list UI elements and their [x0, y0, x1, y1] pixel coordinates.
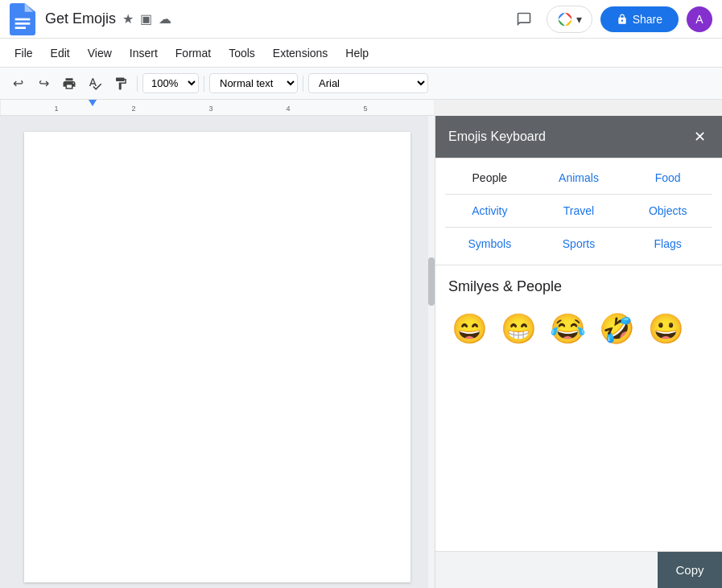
lock-icon: [617, 14, 628, 25]
emoji-panel-header: Emojis Keyboard ✕: [435, 116, 722, 158]
spell-check-button[interactable]: [84, 72, 106, 95]
emoji-panel: Emojis Keyboard ✕ People Animals Food Ac…: [435, 116, 722, 588]
emoji-grid: 😄 😁 😂 🤣 😀: [448, 311, 709, 347]
paint-format-icon: [113, 76, 128, 91]
svg-rect-1: [15, 23, 31, 25]
category-sports[interactable]: Sports: [534, 231, 624, 257]
menu-extensions[interactable]: Extensions: [265, 43, 336, 63]
ruler: 1 2 3 4 5: [0, 100, 435, 116]
docs-icon: [10, 3, 35, 35]
cat-divider-2: [445, 227, 712, 228]
menu-format[interactable]: Format: [167, 43, 219, 63]
title-area: Get Emojis ★ ▣ ☁: [45, 10, 510, 27]
divider-1: [137, 76, 138, 92]
svg-point-4: [562, 16, 567, 22]
category-row-1: People Animals Food: [445, 165, 712, 191]
scrollbar-track[interactable]: [428, 116, 435, 588]
zoom-select[interactable]: 100% 75% 125% 150% 200%: [142, 73, 199, 93]
menu-edit[interactable]: Edit: [43, 43, 78, 63]
divider-2: [204, 76, 204, 92]
category-symbols[interactable]: Symbols: [445, 231, 534, 257]
svg-rect-2: [15, 27, 26, 29]
category-food[interactable]: Food: [623, 165, 712, 191]
svg-text:4: 4: [286, 105, 290, 113]
copy-button[interactable]: Copy: [658, 552, 722, 589]
emoji-section-title: Smilyes & People: [448, 278, 709, 295]
spellcheck-icon: [88, 76, 102, 91]
document-title: Get Emojis: [45, 10, 116, 27]
emoji-item[interactable]: 😂: [547, 311, 589, 347]
template-icon[interactable]: ▣: [140, 11, 152, 27]
emoji-panel-close-button[interactable]: ✕: [690, 127, 709, 146]
category-row-3: Symbols Sports Flags: [445, 231, 712, 257]
font-select[interactable]: Arial Times New Roman Georgia: [308, 73, 428, 93]
document-area: [0, 116, 435, 588]
divider-3: [303, 76, 303, 92]
category-animals[interactable]: Animals: [534, 165, 624, 191]
main-area: Emojis Keyboard ✕ People Animals Food Ac…: [0, 116, 722, 588]
cat-divider-1: [445, 194, 712, 195]
top-bar: Get Emojis ★ ▣ ☁ ▾: [0, 0, 722, 39]
category-row-2: Activity Travel Objects: [445, 198, 712, 224]
category-travel[interactable]: Travel: [534, 198, 624, 224]
share-button[interactable]: Share: [600, 6, 679, 32]
top-right-actions: ▾ Share A: [510, 5, 712, 34]
document-page: [24, 132, 411, 582]
print-button[interactable]: [58, 72, 80, 95]
menu-file[interactable]: File: [6, 43, 41, 63]
svg-text:2: 2: [131, 105, 135, 113]
category-objects[interactable]: Objects: [623, 198, 712, 224]
share-label: Share: [633, 13, 662, 26]
meet-button[interactable]: ▾: [547, 6, 592, 33]
svg-text:5: 5: [363, 105, 367, 113]
emoji-bottom-bar: Copy: [435, 551, 722, 588]
scrollbar-thumb[interactable]: [428, 257, 435, 306]
meet-icon: [557, 11, 573, 27]
text-style-select[interactable]: Normal text Heading 1 Heading 2 Title: [209, 73, 298, 93]
emoji-content: Smilyes & People 😄 😁 😂 🤣 😀: [435, 265, 722, 551]
ruler-svg: 1 2 3 4 5: [0, 100, 435, 116]
comment-icon: [516, 11, 532, 27]
meet-dropdown-arrow: ▾: [576, 13, 582, 26]
print-icon: [62, 76, 76, 91]
emoji-item[interactable]: 😄: [448, 311, 491, 347]
menu-tools[interactable]: Tools: [221, 43, 263, 63]
toolbar: ↩ ↪ 100% 75% 125% 150% 200% Normal text …: [0, 68, 722, 100]
svg-rect-0: [15, 18, 31, 20]
emoji-item[interactable]: 😁: [497, 311, 540, 347]
paint-format-button[interactable]: [109, 72, 132, 95]
emoji-preview-area: [435, 552, 658, 588]
category-flags[interactable]: Flags: [623, 231, 712, 257]
cloud-icon[interactable]: ☁: [159, 11, 171, 27]
emoji-item[interactable]: 😀: [645, 311, 687, 347]
star-icon[interactable]: ★: [122, 11, 134, 27]
category-tabs: People Animals Food Activity Travel Obje…: [435, 158, 722, 265]
comment-button[interactable]: [510, 5, 538, 34]
svg-text:3: 3: [208, 105, 212, 113]
svg-text:1: 1: [54, 105, 58, 113]
emoji-item[interactable]: 🤣: [596, 311, 638, 347]
category-activity[interactable]: Activity: [445, 198, 534, 224]
menu-help[interactable]: Help: [337, 43, 377, 63]
menu-bar: File Edit View Insert Format Tools Exten…: [0, 39, 722, 68]
undo-button[interactable]: ↩: [6, 72, 29, 95]
user-avatar[interactable]: A: [687, 6, 712, 32]
menu-insert[interactable]: Insert: [122, 43, 166, 63]
close-icon: ✕: [694, 128, 706, 146]
svg-rect-5: [0, 100, 435, 116]
menu-view[interactable]: View: [80, 43, 120, 63]
category-people[interactable]: People: [445, 165, 534, 191]
emoji-panel-title: Emojis Keyboard: [448, 130, 546, 144]
redo-button[interactable]: ↪: [32, 72, 55, 95]
